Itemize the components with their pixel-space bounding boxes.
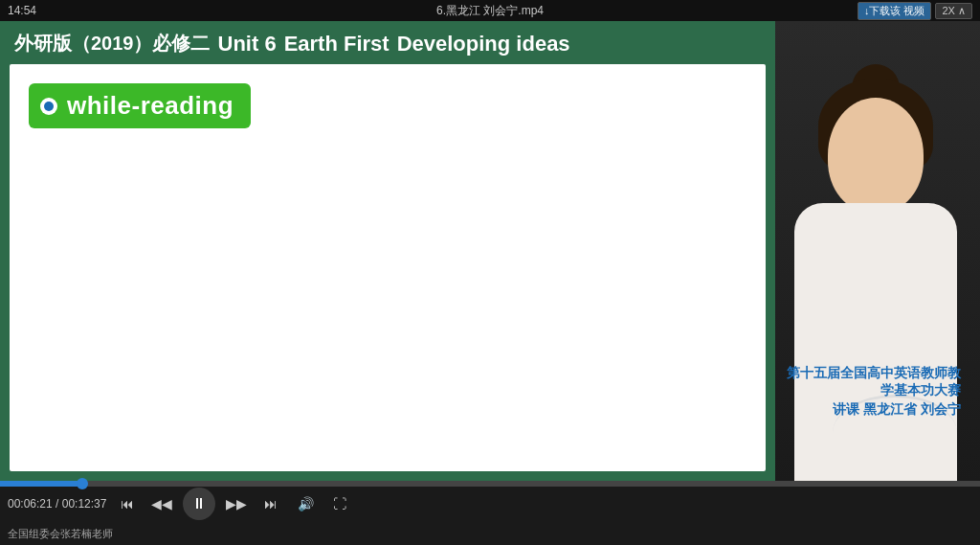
pause-button[interactable]: ⏸ bbox=[183, 488, 215, 520]
progress-bar[interactable] bbox=[0, 481, 980, 487]
time-display: 00:06:21 / 00:12:37 bbox=[8, 497, 106, 511]
rewind-button[interactable]: ◀◀ bbox=[148, 490, 175, 517]
controls-row: 00:06:21 / 00:12:37 ⏮ ◀◀ ⏸ ▶▶ ⏭ 🔊 ⛶ bbox=[0, 487, 980, 521]
bottom-bar: 00:06:21 / 00:12:37 ⏮ ◀◀ ⏸ ▶▶ ⏭ 🔊 ⛶ 全国组委… bbox=[0, 481, 980, 545]
download-button[interactable]: ↓下载该 视频 bbox=[858, 2, 932, 20]
filename: 6.黑龙江 刘会宁.mp4 bbox=[436, 3, 544, 19]
skip-forward-button[interactable]: ⏭ bbox=[257, 490, 284, 517]
subtitle-line2: 讲课 黑龙江省 刘会宁 bbox=[785, 401, 961, 419]
developing-label: Developing ideas bbox=[397, 32, 570, 57]
top-bar: 14:54 6.黑龙江 刘会宁.mp4 ↓下载该 视频 2X ∧ bbox=[0, 0, 980, 21]
teacher-area: 第十五届全国高中英语教师教学基本功大赛 讲课 黑龙江省 刘会宁 bbox=[775, 21, 980, 481]
face-shape bbox=[828, 98, 924, 213]
forward-button[interactable]: ▶▶ bbox=[223, 490, 250, 517]
time-separator: / bbox=[56, 497, 62, 511]
bottom-left-text: 全国组委会张若楠老师 bbox=[0, 525, 121, 543]
subtitle-line1: 第十五届全国高中英语教师教学基本功大赛 bbox=[785, 365, 961, 399]
while-reading-badge: while-reading bbox=[29, 83, 251, 128]
body-shape bbox=[794, 203, 957, 481]
system-time: 14:54 bbox=[8, 4, 36, 17]
volume-button[interactable]: 🔊 bbox=[292, 490, 319, 517]
textbook-label: 外研版（2019）必修二 bbox=[14, 31, 211, 57]
subtitle-overlay: 第十五届全国高中英语教师教学基本功大赛 讲课 黑龙江省 刘会宁 bbox=[775, 360, 970, 423]
lesson-title: 外研版（2019）必修二 Unit 6 Earth First Developi… bbox=[10, 31, 766, 57]
badge-dot-inner bbox=[44, 102, 54, 111]
unit-label: Unit 6 bbox=[218, 32, 277, 57]
badge-dot bbox=[40, 98, 57, 115]
current-time: 00:06:21 bbox=[8, 497, 53, 511]
progress-dot bbox=[77, 478, 88, 489]
fullscreen-button[interactable]: ⛶ bbox=[326, 490, 353, 517]
speed-button[interactable]: 2X ∧ bbox=[935, 3, 972, 19]
badge-text: while-reading bbox=[67, 91, 234, 121]
slide-area: while-reading bbox=[10, 64, 766, 471]
main-content: 外研版（2019）必修二 Unit 6 Earth First Developi… bbox=[0, 21, 980, 481]
skip-back-button[interactable]: ⏮ bbox=[114, 490, 141, 517]
progress-bar-fill bbox=[0, 481, 82, 487]
earth-label: Earth First bbox=[284, 32, 390, 57]
whiteboard-container: 外研版（2019）必修二 Unit 6 Earth First Developi… bbox=[0, 21, 775, 481]
top-controls: ↓下载该 视频 2X ∧ bbox=[858, 2, 972, 20]
total-time: 00:12:37 bbox=[62, 497, 107, 511]
